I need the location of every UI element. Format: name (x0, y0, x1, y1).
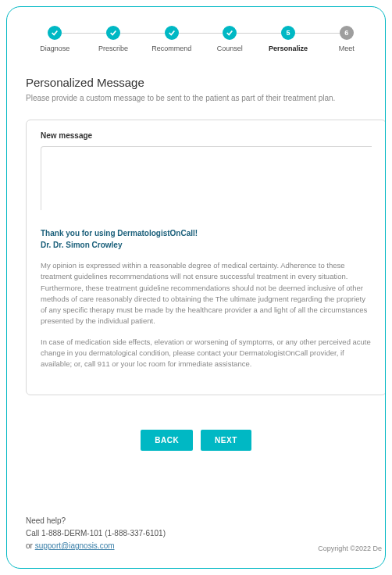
button-row: BACK NEXT (26, 430, 366, 451)
step-personalize[interactable]: 5 Personalize (259, 26, 318, 52)
next-button[interactable]: NEXT (201, 430, 251, 451)
step-prescribe[interactable]: Prescribe (84, 26, 143, 52)
page-title: Personalized Message (26, 76, 385, 89)
step-label: Prescribe (98, 45, 128, 52)
or-text: or (26, 541, 35, 550)
check-icon (48, 26, 62, 40)
step-counsel[interactable]: Counsel (201, 26, 259, 52)
message-input[interactable] (41, 146, 372, 210)
support-email-link[interactable]: support@iagnosis.com (35, 541, 115, 550)
check-icon (223, 26, 237, 40)
stepper: Diagnose Prescribe Recommend Counsel 5 (26, 26, 385, 52)
message-label: New message (41, 131, 372, 140)
step-label: Personalize (269, 45, 308, 52)
step-number-icon: 5 (281, 26, 295, 40)
help-phone: Call 1-888-DERM-101 (1-888-337-6101) (26, 527, 166, 540)
thanks-text: Thank you for using DermatologistOnCall! (41, 227, 372, 239)
message-panel: New message Thank you for using Dermatol… (26, 120, 386, 395)
disclaimer-text-1: My opinion is expressed within a reasona… (41, 260, 372, 327)
step-label: Diagnose (40, 45, 69, 52)
step-meet[interactable]: 6 Meet (317, 26, 376, 52)
check-icon (106, 26, 120, 40)
page-subtitle: Please provide a custom message to be se… (26, 94, 385, 102)
step-diagnose[interactable]: Diagnose (26, 26, 84, 52)
doctor-name: Dr. Dr. Simon Crowley (41, 241, 372, 249)
step-label: Recommend (151, 45, 191, 52)
step-label: Meet (339, 45, 355, 52)
step-label: Counsel (217, 45, 243, 52)
footer: Need help? Call 1-888-DERM-101 (1-888-33… (26, 515, 385, 552)
step-number-icon: 6 (340, 26, 354, 40)
check-icon (165, 26, 179, 40)
copyright-text: Copyright ©2022 De (318, 545, 385, 552)
back-button[interactable]: BACK (141, 430, 193, 451)
help-label: Need help? (26, 515, 166, 527)
step-recommend[interactable]: Recommend (142, 26, 201, 52)
disclaimer-text-2: In case of medication side effects, elev… (41, 337, 372, 370)
